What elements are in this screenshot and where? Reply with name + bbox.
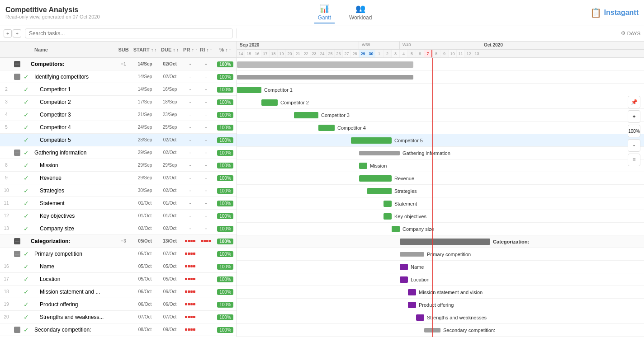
day-oct7-today: 7 [424,50,432,57]
zoom-level-button[interactable]: 100% [628,125,640,137]
row-pr: - [182,200,198,206]
day-15: 15 [245,50,253,57]
row-name: Key objectives [31,213,114,219]
row-num: 18 [0,289,13,294]
row-num: 5 [0,125,13,130]
brand-name: Instagantt [604,9,639,17]
list-view-button[interactable]: ≡ [628,154,640,166]
gantt-panel[interactable]: Sep 2020 W39 W40 Oct 2020 14 15 16 17 18… [237,42,644,337]
toolbar-left: + + [0,28,237,38]
check-icon: ✓ [24,288,29,295]
check-icon: ✓ [24,149,29,156]
row-start: 05/Oct [133,251,157,256]
day-20: 20 [286,50,294,57]
row-num: 3 [0,99,13,104]
check-icon: ✓ [24,200,29,207]
task-row[interactable]: ✓ Competitor 5 28/Sep 02/Oct - - 100% [0,134,237,146]
row-ri: - [198,200,214,206]
task-row[interactable]: 10 ✓ Strategies 30/Sep 02/Oct - - 100% [0,184,237,197]
main-content: Name SUB START ↑ DUE ↑ PR ↑ RI ↑ % ↑ — C… [0,42,644,337]
bar-name-primary [400,264,408,270]
col-due-header[interactable]: DUE ↑ [157,47,182,52]
task-row[interactable]: 4 ✓ Competitor 3 21/Sep 23/Sep - - 100% [0,108,237,121]
task-row[interactable]: 19 ✓ Product offering 06/Oct 06/Oct 100% [0,298,237,311]
col-pr-header[interactable]: PR ↑ [182,47,198,52]
task-row[interactable]: 8 ✓ Mission 29/Sep 29/Sep - - 100% [0,159,237,172]
row-pr: - [182,225,198,232]
zoom-out-button[interactable]: - [628,139,640,152]
tab-workload[interactable]: 👥 Workload [346,2,375,23]
task-row[interactable]: 20 ✓ Strengths and weakness... 07/Oct 07… [0,311,237,323]
row-expand[interactable]: — [13,326,22,333]
collapse-icon[interactable]: — [14,327,20,333]
task-row[interactable]: — Competitors: ≡1 14/Sep 02/Oct - - 100% [0,58,237,70]
row-num: 2 [0,87,13,92]
collapse-icon[interactable]: — [14,238,20,244]
zoom-in-button[interactable]: + [628,110,640,123]
tab-gantt[interactable]: 📊 Gantt [314,2,335,23]
tool-pin-button[interactable]: 📌 [628,96,640,108]
row-pr: - [182,61,198,67]
task-row[interactable]: 17 ✓ Location 05/Oct 05/Oct 100% [0,273,237,286]
check-icon: ✓ [24,136,29,144]
row-name: Company size [31,225,114,232]
row-expand[interactable]: — [13,149,22,156]
row-start: 01/Oct [133,201,157,206]
bar-company-size-label: Company size [402,226,434,232]
task-row[interactable]: 3 ✓ Competitor 2 17/Sep 18/Sep - - 100% [0,96,237,108]
task-row[interactable]: 2 ✓ Competitor 1 14/Sep 16/Sep - - 100% [0,83,237,96]
check-icon: ✓ [24,250,29,257]
brand-icon: 📋 [590,7,601,18]
collapse-icon[interactable]: — [14,150,20,156]
row-expand[interactable]: — [13,250,22,257]
task-row[interactable]: 12 ✓ Key objectives 01/Oct 01/Oct - - 10… [0,210,237,222]
row-expand[interactable]: — [13,61,22,67]
task-row[interactable]: — ✓ Gathering information 29/Sep 02/Oct … [0,146,237,159]
row-pr [182,316,198,318]
gantt-row [237,71,644,84]
collapse-icon[interactable]: — [14,61,20,67]
task-row[interactable]: — ✓ Identifying competitors 14/Sep 02/Oc… [0,70,237,83]
task-row[interactable]: — Categorization: ≡3 05/Oct 13/Oct 100% [0,235,237,248]
row-name: Mission statement and ... [31,289,114,295]
row-expand[interactable]: — [13,238,22,244]
col-ri-header[interactable]: RI ↑ [198,47,214,52]
task-row[interactable]: — ✓ Primary competition 05/Oct 07/Oct 10… [0,248,237,260]
row-check: ✓ [22,314,31,321]
row-name: Secondary competition: [31,327,114,333]
add-section-button[interactable]: + [13,29,21,37]
row-check: ✓ [22,149,31,156]
sidebar-tools: 📌 + 100% - ≡ [628,96,640,166]
task-row[interactable]: 16 ✓ Name 05/Oct 05/Oct 100% [0,260,237,273]
task-row[interactable]: 5 ✓ Competitor 4 24/Sep 25/Sep - - 100% [0,121,237,134]
bar-statement [384,201,392,207]
col-start-header[interactable]: START ↑ [133,47,157,52]
app-subtitle: Read-only view, generated on 07 Oct 2020 [5,14,100,19]
day-oct5: 5 [408,50,416,57]
task-row[interactable]: 9 ✓ Revenue 29/Sep 02/Oct - - 100% [0,172,237,184]
toolbar-right: ⚙ DAYS [237,30,644,36]
collapse-icon[interactable]: — [14,251,20,257]
task-row[interactable]: 13 ✓ Company size 02/Oct 02/Oct - - 100% [0,222,237,235]
row-pr: - [182,124,198,131]
col-pct-header[interactable]: % ↑ [214,47,237,52]
bar-competitor2 [261,99,278,106]
days-button[interactable]: ⚙ DAYS [621,30,640,36]
row-name: Categorization: [31,238,114,244]
row-expand[interactable]: — [13,73,22,80]
row-pct: 100% [214,162,237,168]
collapse-icon[interactable]: — [14,74,20,80]
task-row[interactable]: 18 ✓ Mission statement and ... 06/Oct 06… [0,286,237,298]
task-row[interactable]: 11 ✓ Statement 01/Oct 01/Oct - - 100% [0,197,237,210]
search-input[interactable] [25,28,233,38]
task-row[interactable]: — ✓ Secondary competition: 08/Oct 09/Oct… [0,323,237,336]
bar-location-primary-label: Location [411,277,430,282]
day-25: 25 [327,50,335,57]
day-oct13: 13 [473,50,481,57]
row-pct: 100% [214,150,237,156]
row-ri: - [198,137,214,143]
col-sub-header: SUB [114,47,133,52]
add-button[interactable]: + [4,29,12,37]
row-num: 8 [0,163,13,168]
brand-logo: 📋 Instagantt [590,7,639,18]
